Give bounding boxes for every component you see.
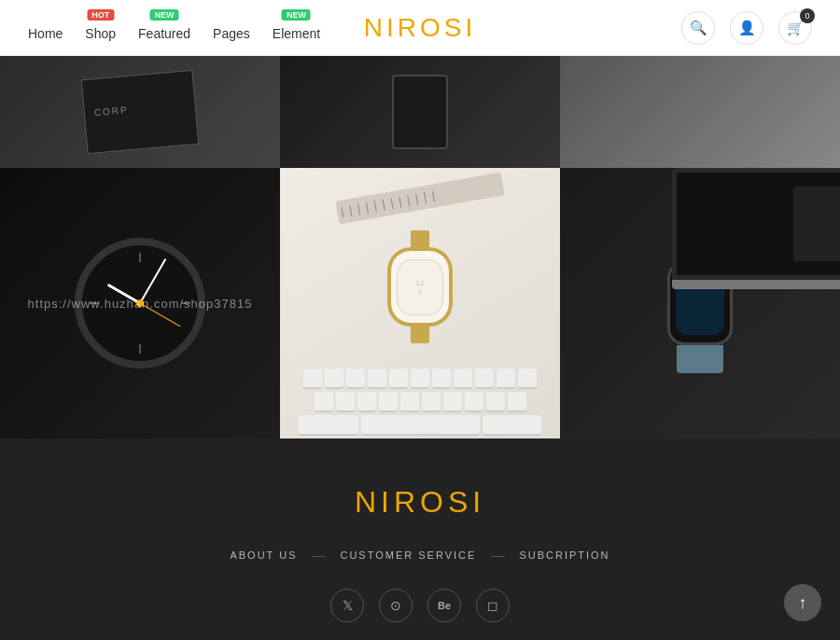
behance-icon: Be: [438, 600, 451, 611]
cart-icon: 🛒: [787, 20, 805, 36]
header-actions: 🔍 👤 🛒 0: [681, 11, 812, 45]
featured-badge: NEW: [150, 9, 179, 21]
footer-divider-2: —: [491, 548, 504, 563]
search-icon: 🔍: [690, 20, 707, 36]
nav-featured[interactable]: NEW Featured: [138, 9, 190, 47]
notebook-visual: CORP: [81, 70, 200, 154]
footer-social: 𝕏 ⊙ Be ◻: [28, 589, 812, 622]
dribbble-icon: ⊙: [390, 598, 401, 613]
nav-home[interactable]: Home: [28, 9, 63, 47]
ruler-visual: [335, 173, 505, 225]
cart-count: 0: [800, 8, 815, 23]
header: Home HOT Shop NEW Featured Pages NEW Ele…: [0, 0, 840, 56]
footer-nav: ABOUT US — CUSTOMER SERVICE — SUBCRIPTIO…: [28, 548, 812, 563]
instagram-button[interactable]: ◻: [476, 589, 510, 622]
twitter-icon: 𝕏: [343, 598, 353, 613]
clock-visual: [75, 238, 205, 369]
product-grid-row1: CORP: [0, 56, 840, 168]
behance-button[interactable]: Be: [427, 589, 461, 622]
cart-button[interactable]: 🛒 0: [778, 11, 812, 45]
product-cell-1[interactable]: CORP: [0, 56, 280, 168]
watch-strap: [392, 75, 448, 149]
site-logo[interactable]: NIROSI: [364, 13, 476, 43]
instagram-icon: ◻: [487, 598, 498, 613]
nav-element[interactable]: NEW Element: [273, 9, 320, 47]
dribbble-button[interactable]: ⊙: [379, 589, 413, 622]
user-icon: 👤: [738, 20, 756, 36]
shop-badge: HOT: [87, 9, 114, 21]
keyboard-visual: [280, 369, 560, 438]
footer-customer-service[interactable]: CUSTOMER SERVICE: [340, 550, 476, 561]
laptop-visual: [672, 168, 840, 289]
product-cell-5[interactable]: 126: [280, 168, 560, 438]
footer-subcription[interactable]: SUBCRIPTION: [519, 550, 609, 561]
search-button[interactable]: 🔍: [681, 11, 715, 45]
back-to-top-button[interactable]: ↑: [784, 584, 821, 621]
gold-watch: 126: [387, 230, 453, 343]
product-cell-4[interactable]: https://www.huzhan.com/shop37815: [0, 168, 280, 438]
footer-about[interactable]: ABOUT US: [230, 550, 297, 561]
nav-shop[interactable]: HOT Shop: [85, 9, 116, 47]
nav-pages[interactable]: Pages: [213, 9, 250, 47]
product-cell-2[interactable]: [280, 56, 560, 168]
footer: NIROSI ABOUT US — CUSTOMER SERVICE — SUB…: [0, 438, 840, 640]
product-grid-row2: https://www.huzhan.com/shop37815 126: [0, 168, 840, 438]
main-nav: Home HOT Shop NEW Featured Pages NEW Ele…: [28, 9, 320, 47]
product-cell-3[interactable]: [560, 56, 840, 168]
chevron-up-icon: ↑: [799, 593, 807, 613]
product-cell-6[interactable]: [560, 168, 840, 438]
footer-logo[interactable]: NIROSI: [28, 485, 812, 520]
account-button[interactable]: 👤: [730, 11, 763, 45]
footer-divider-1: —: [312, 548, 325, 563]
twitter-button[interactable]: 𝕏: [330, 589, 364, 622]
element-badge: NEW: [282, 9, 311, 21]
